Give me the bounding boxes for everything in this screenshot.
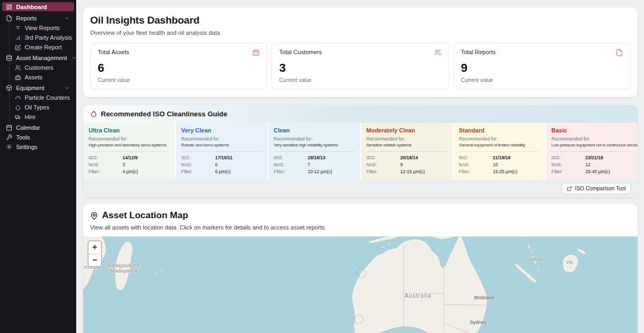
chevron-down-icon [64,85,70,91]
sidebar-item-calendar[interactable]: Calendar [2,123,74,132]
map-label-brisbane: Brisbane [474,294,494,300]
stats-row: Total Assets 6 Current value Total Custo… [90,43,631,90]
page-subtitle: Overview of your fleet health and oil an… [90,29,631,36]
iso-guide-title: Recommended ISO Cleanliness Guide [101,110,228,118]
iso-cleanliness-guide-card: Recommended ISO Cleanliness Guide Ultra … [83,105,638,197]
iso-label: ISO: [274,154,308,161]
recommended-for-label: Recommended for: [552,136,633,142]
iso-column-description: High precision and laboratory servo-syst… [89,143,170,147]
page-title: Oil Insights Dashboard [90,14,631,26]
nas-label: NAS: [552,161,586,168]
sidebar-item-label: View Reports [25,25,60,31]
sidebar-item-label: Reports [16,15,37,21]
sidebar-item-view-reports[interactable]: View Reports [11,23,74,33]
stat-caption: Current value [279,77,441,83]
iso-value: 23/21/18 [586,154,603,161]
sidebar-item-settings[interactable]: Settings [2,142,74,152]
iso-column-ultra-clean: Ultra Clean Recommended for: High precis… [83,123,175,180]
sidebar-item-particle-counters[interactable]: Particle Counters [11,93,74,102]
iso-label: ISO: [459,154,493,161]
file-icon [6,15,12,21]
iso-column-description: General equipment of limited reliability [459,143,540,147]
sidebar-item-dashboard[interactable]: Dashboard [2,2,74,11]
sidebar-item-reports[interactable]: Reports [2,13,74,23]
iso-guide-header: Recommended ISO Cleanliness Guide [83,105,638,123]
stat-card-total-customers: Total Customers 3 Current value [272,43,449,90]
map-label-sydney: Sydney [470,319,487,325]
iso-column-title: Basic [552,127,633,134]
equipment-subitems: Particle Counters Oil Types Hire [9,93,74,122]
map-label-fiji: Viti [566,260,573,265]
sidebar-item-label: Calendar [16,124,40,131]
iso-comparison-tool-button[interactable]: ISO Comparison Tool [561,183,631,194]
iso-label: ISO: [367,154,400,161]
iso-value: 18/16/13 [308,154,325,161]
users-icon [15,65,21,71]
filter-label: Filter: [552,168,586,175]
zoom-out-button[interactable]: − [89,254,101,266]
sidebar-item-label: 3rd Party Analysis [25,34,72,41]
gauge-icon [15,95,21,101]
filter-value: 25-40 µm(c) [586,168,610,175]
iso-column-description: Robotic and servo-systems [181,143,262,147]
sidebar-item-label: Settings [16,144,38,150]
main-content: Oil Insights Dashboard Overview of your … [76,0,644,333]
sidebar-item-label: Equipment [16,85,45,91]
iso-column-description: Low pressure equipment not in continuous… [552,143,633,147]
stat-card-total-reports: Total Reports 9 Current value [453,43,631,90]
droplet-icon [15,105,21,110]
map-header: Asset Location Map View all assets with … [83,204,638,236]
stat-value: 3 [279,61,441,75]
sidebar-item-equipment[interactable]: Equipment [2,83,74,93]
recommended-for-label: Recommended for: [367,136,448,142]
iso-value: 14/12/9 [122,154,137,161]
iso-value: 20/18/14 [400,154,418,161]
iso-column-clean: Clean Recommended for: Very sensitive hi… [268,123,360,180]
sidebar-item-label: Tools [16,134,30,140]
map-zoom-control: + − [87,240,102,267]
sidebar-item-3rd-party-analysis[interactable]: 3rd Party Analysis [11,33,74,42]
dashboard-grid-icon [6,4,12,10]
box-icon [6,85,12,91]
file-text-icon [616,49,623,56]
sidebar-item-label: Particle Counters [25,94,70,101]
external-link-icon [567,186,572,191]
briefcase-icon [252,49,260,56]
stat-label: Total Assets [98,49,129,55]
iso-guide-footer: ISO Comparison Tool [83,180,638,197]
leaflet-map[interactable]: + − mbique Madagasikara / Madagascar Aus… [83,236,638,333]
sidebar-item-customers[interactable]: Customers [11,63,74,72]
iso-value: 21/19/16 [493,154,510,161]
iso-value: 17/15/11 [215,154,233,161]
filter-value: 10-12 µm(c) [308,168,332,175]
map-title: Asset Location Map [102,210,188,221]
dashboard-overview-card: Oil Insights Dashboard Overview of your … [83,8,638,97]
iso-column-title: Clean [274,127,355,134]
sidebar-item-hire[interactable]: Hire [11,112,74,122]
filter-icon [15,25,21,31]
edit-icon [15,45,21,50]
sidebar: Dashboard Reports View Reports 3rd Party… [0,0,76,333]
sidebar-item-asset-management[interactable]: Asset Management [2,53,74,63]
nas-value: 12 [586,161,590,168]
sidebar-item-tools[interactable]: Tools [2,132,74,142]
zoom-in-button[interactable]: + [89,241,101,254]
map-pin-icon [90,212,98,220]
iso-label: ISO: [552,154,586,161]
nas-value: 10 [493,161,497,168]
iso-comparison-tool-label: ISO Comparison Tool [575,186,626,191]
sidebar-item-assets[interactable]: Assets [11,72,74,82]
stat-label: Total Reports [461,49,496,55]
sidebar-item-create-report[interactable]: Create Report [11,42,74,52]
sidebar-item-label: Hire [25,114,35,120]
filter-value: 15-25 µm(c) [493,168,517,175]
calendar-icon [6,124,12,131]
iso-label: ISO: [89,154,122,161]
nas-label: NAS: [367,161,400,168]
iso-column-title: Very Clean [181,127,262,134]
iso-label: ISO: [181,154,215,161]
sidebar-item-label: Create Report [25,44,62,50]
truck-icon [15,114,21,120]
sidebar-item-oil-types[interactable]: Oil Types [11,102,74,112]
sidebar-item-label: Oil Types [25,104,49,110]
